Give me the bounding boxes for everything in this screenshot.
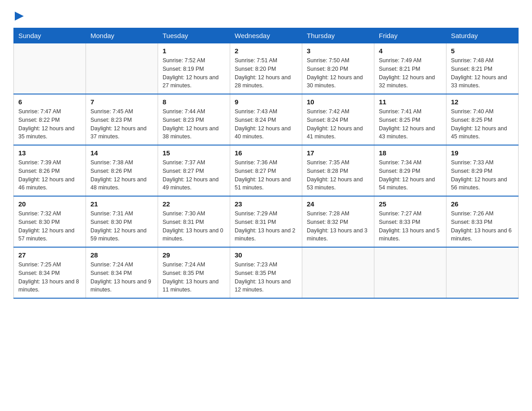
day-number: 20	[18, 200, 81, 208]
day-info: Sunrise: 7:27 AM Sunset: 8:33 PM Dayligh…	[379, 210, 442, 243]
day-info: Sunrise: 7:37 AM Sunset: 8:27 PM Dayligh…	[163, 158, 225, 192]
calendar-cell: 4Sunrise: 7:49 AM Sunset: 8:21 PM Daylig…	[374, 43, 446, 94]
day-number: 24	[307, 200, 369, 208]
calendar-cell: 19Sunrise: 7:33 AM Sunset: 8:29 PM Dayli…	[446, 145, 519, 196]
calendar-cell	[374, 247, 446, 298]
day-info: Sunrise: 7:31 AM Sunset: 8:30 PM Dayligh…	[90, 210, 153, 243]
day-info: Sunrise: 7:49 AM Sunset: 8:21 PM Dayligh…	[379, 56, 442, 90]
calendar-cell: 7Sunrise: 7:45 AM Sunset: 8:23 PM Daylig…	[86, 94, 158, 145]
header-thursday: Thursday	[302, 28, 374, 43]
calendar-week-row: 1Sunrise: 7:52 AM Sunset: 8:19 PM Daylig…	[14, 43, 519, 94]
day-info: Sunrise: 7:50 AM Sunset: 8:20 PM Dayligh…	[307, 56, 369, 90]
header-friday: Friday	[374, 28, 446, 43]
header-tuesday: Tuesday	[158, 28, 230, 43]
day-number: 27	[18, 251, 81, 259]
calendar-week-row: 20Sunrise: 7:32 AM Sunset: 8:30 PM Dayli…	[14, 196, 519, 247]
day-info: Sunrise: 7:30 AM Sunset: 8:31 PM Dayligh…	[163, 210, 225, 243]
calendar-cell: 20Sunrise: 7:32 AM Sunset: 8:30 PM Dayli…	[14, 196, 86, 247]
calendar-cell	[86, 43, 158, 94]
day-number: 26	[451, 200, 514, 208]
calendar-cell: 24Sunrise: 7:28 AM Sunset: 8:32 PM Dayli…	[302, 196, 374, 247]
day-number: 7	[90, 98, 153, 106]
calendar-cell: 15Sunrise: 7:37 AM Sunset: 8:27 PM Dayli…	[158, 145, 230, 196]
logo-arrow-icon	[15, 12, 24, 21]
day-number: 1	[163, 47, 225, 55]
day-number: 23	[235, 200, 297, 208]
day-info: Sunrise: 7:52 AM Sunset: 8:19 PM Dayligh…	[163, 56, 225, 90]
calendar-cell: 8Sunrise: 7:44 AM Sunset: 8:23 PM Daylig…	[158, 94, 230, 145]
day-info: Sunrise: 7:28 AM Sunset: 8:32 PM Dayligh…	[307, 210, 369, 243]
calendar-header-row: SundayMondayTuesdayWednesdayThursdayFrid…	[14, 28, 519, 43]
day-number: 30	[235, 251, 297, 259]
day-number: 28	[90, 251, 153, 259]
day-info: Sunrise: 7:42 AM Sunset: 8:24 PM Dayligh…	[307, 107, 369, 141]
day-number: 22	[163, 200, 225, 208]
day-number: 15	[163, 149, 225, 157]
calendar-cell: 6Sunrise: 7:47 AM Sunset: 8:22 PM Daylig…	[14, 94, 86, 145]
day-number: 21	[90, 200, 153, 208]
calendar-cell: 30Sunrise: 7:23 AM Sunset: 8:35 PM Dayli…	[230, 247, 302, 298]
calendar-cell: 28Sunrise: 7:24 AM Sunset: 8:34 PM Dayli…	[86, 247, 158, 298]
calendar-week-row: 6Sunrise: 7:47 AM Sunset: 8:22 PM Daylig…	[14, 94, 519, 145]
day-number: 25	[379, 200, 442, 208]
day-info: Sunrise: 7:43 AM Sunset: 8:24 PM Dayligh…	[235, 107, 297, 141]
day-info: Sunrise: 7:34 AM Sunset: 8:29 PM Dayligh…	[379, 158, 442, 192]
calendar-cell: 25Sunrise: 7:27 AM Sunset: 8:33 PM Dayli…	[374, 196, 446, 247]
header-saturday: Saturday	[446, 28, 519, 43]
calendar-cell: 29Sunrise: 7:24 AM Sunset: 8:35 PM Dayli…	[158, 247, 230, 298]
day-number: 3	[307, 47, 369, 55]
day-number: 10	[307, 98, 369, 106]
day-info: Sunrise: 7:39 AM Sunset: 8:26 PM Dayligh…	[18, 158, 81, 192]
day-info: Sunrise: 7:29 AM Sunset: 8:31 PM Dayligh…	[235, 210, 297, 243]
day-number: 17	[307, 149, 369, 157]
day-info: Sunrise: 7:47 AM Sunset: 8:22 PM Dayligh…	[18, 107, 81, 141]
calendar-cell: 13Sunrise: 7:39 AM Sunset: 8:26 PM Dayli…	[14, 145, 86, 196]
calendar-week-row: 13Sunrise: 7:39 AM Sunset: 8:26 PM Dayli…	[14, 145, 519, 196]
header-sunday: Sunday	[14, 28, 86, 43]
calendar-cell: 14Sunrise: 7:38 AM Sunset: 8:26 PM Dayli…	[86, 145, 158, 196]
calendar-cell: 21Sunrise: 7:31 AM Sunset: 8:30 PM Dayli…	[86, 196, 158, 247]
day-number: 11	[379, 98, 442, 106]
calendar-cell	[14, 43, 86, 94]
calendar-table: SundayMondayTuesdayWednesdayThursdayFrid…	[13, 28, 519, 299]
calendar-cell: 1Sunrise: 7:52 AM Sunset: 8:19 PM Daylig…	[158, 43, 230, 94]
day-number: 2	[235, 47, 297, 55]
day-number: 19	[451, 149, 514, 157]
day-info: Sunrise: 7:51 AM Sunset: 8:20 PM Dayligh…	[235, 56, 297, 90]
calendar-cell: 10Sunrise: 7:42 AM Sunset: 8:24 PM Dayli…	[302, 94, 374, 145]
day-info: Sunrise: 7:25 AM Sunset: 8:34 PM Dayligh…	[18, 261, 81, 294]
day-number: 8	[163, 98, 225, 106]
day-number: 9	[235, 98, 297, 106]
day-info: Sunrise: 7:24 AM Sunset: 8:35 PM Dayligh…	[163, 261, 225, 294]
day-number: 13	[18, 149, 81, 157]
day-info: Sunrise: 7:48 AM Sunset: 8:21 PM Dayligh…	[451, 56, 514, 90]
day-info: Sunrise: 7:41 AM Sunset: 8:25 PM Dayligh…	[379, 107, 442, 141]
day-info: Sunrise: 7:45 AM Sunset: 8:23 PM Dayligh…	[90, 107, 153, 141]
day-info: Sunrise: 7:32 AM Sunset: 8:30 PM Dayligh…	[18, 210, 81, 243]
calendar-cell: 5Sunrise: 7:48 AM Sunset: 8:21 PM Daylig…	[446, 43, 519, 94]
day-number: 4	[379, 47, 442, 55]
day-number: 29	[163, 251, 225, 259]
calendar-cell: 17Sunrise: 7:35 AM Sunset: 8:28 PM Dayli…	[302, 145, 374, 196]
calendar-cell: 9Sunrise: 7:43 AM Sunset: 8:24 PM Daylig…	[230, 94, 302, 145]
calendar-cell: 16Sunrise: 7:36 AM Sunset: 8:27 PM Dayli…	[230, 145, 302, 196]
day-info: Sunrise: 7:36 AM Sunset: 8:27 PM Dayligh…	[235, 158, 297, 192]
day-number: 14	[90, 149, 153, 157]
logo	[13, 9, 24, 19]
header-monday: Monday	[86, 28, 158, 43]
calendar-cell: 3Sunrise: 7:50 AM Sunset: 8:20 PM Daylig…	[302, 43, 374, 94]
calendar-week-row: 27Sunrise: 7:25 AM Sunset: 8:34 PM Dayli…	[14, 247, 519, 298]
day-info: Sunrise: 7:23 AM Sunset: 8:35 PM Dayligh…	[235, 261, 297, 294]
calendar-cell: 26Sunrise: 7:26 AM Sunset: 8:33 PM Dayli…	[446, 196, 519, 247]
day-info: Sunrise: 7:24 AM Sunset: 8:34 PM Dayligh…	[90, 261, 153, 294]
calendar-cell: 12Sunrise: 7:40 AM Sunset: 8:25 PM Dayli…	[446, 94, 519, 145]
calendar-cell: 23Sunrise: 7:29 AM Sunset: 8:31 PM Dayli…	[230, 196, 302, 247]
day-number: 12	[451, 98, 514, 106]
calendar-cell: 11Sunrise: 7:41 AM Sunset: 8:25 PM Dayli…	[374, 94, 446, 145]
calendar-cell	[302, 247, 374, 298]
calendar-cell: 27Sunrise: 7:25 AM Sunset: 8:34 PM Dayli…	[14, 247, 86, 298]
day-info: Sunrise: 7:26 AM Sunset: 8:33 PM Dayligh…	[451, 210, 514, 243]
calendar-cell: 18Sunrise: 7:34 AM Sunset: 8:29 PM Dayli…	[374, 145, 446, 196]
day-info: Sunrise: 7:35 AM Sunset: 8:28 PM Dayligh…	[307, 158, 369, 192]
day-info: Sunrise: 7:40 AM Sunset: 8:25 PM Dayligh…	[451, 107, 514, 141]
